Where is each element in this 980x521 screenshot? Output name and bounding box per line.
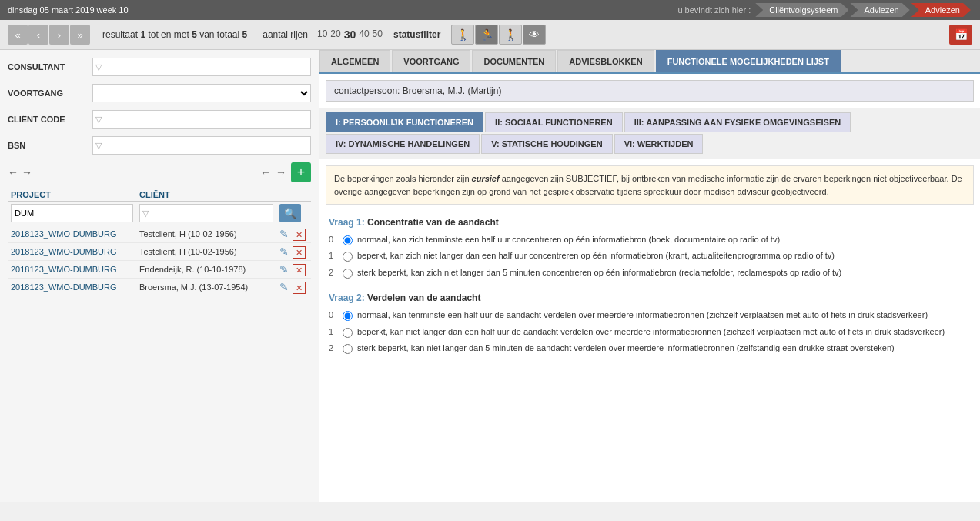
nav-next-button[interactable]: › (49, 25, 69, 45)
row-50[interactable]: 50 (373, 28, 383, 41)
content-area: ALGEMEENVOORTGANGDOCUMENTENADVIESBLOKKEN… (319, 50, 980, 502)
delete-icon[interactable]: ✕ (293, 264, 306, 276)
tab-adviesblokken[interactable]: ADVIESBLOKKEN (557, 50, 654, 72)
tab-algemeen[interactable]: ALGEMEEN (319, 50, 390, 72)
nav-buttons: « ‹ › » (8, 25, 90, 45)
toolbar: « ‹ › » resultaat 1 tot en met 5 van tot… (0, 20, 980, 50)
radio-option-2-2: 2 sterk beperkt, kan niet langer dan 5 m… (329, 342, 971, 354)
section-tab-1[interactable]: II: SOCIAAL FUNCTIONEREN (485, 112, 623, 132)
filter-client-code: CLIËNT CODE ▽ (8, 110, 311, 129)
delete-icon[interactable]: ✕ (293, 229, 306, 241)
filter-voortgang-select[interactable] (92, 84, 311, 102)
section-tab-0[interactable]: I: PERSOONLIJK FUNCTIONEREN (326, 112, 483, 132)
breadcrumb-item-2[interactable]: Adviezen (850, 3, 909, 17)
info-text-1: De beperkingen zoals hieronder zijn (334, 174, 472, 183)
arrow-group-right: ← → + (260, 162, 311, 182)
radio-label: sterk beperkt, kan niet langer dan 5 min… (357, 342, 895, 354)
edit-icon[interactable]: ✎ (279, 263, 289, 276)
nav-first-button[interactable]: « (8, 25, 28, 45)
radio-input-q2-1[interactable] (343, 328, 353, 338)
status-btn-run[interactable]: 🏃 (475, 25, 498, 45)
client-search-input[interactable] (139, 204, 273, 222)
col-project[interactable]: PROJECT (8, 189, 136, 202)
filter-consultant: CONSULTANT ▽ (8, 58, 311, 76)
calendar-button[interactable]: 📅 (949, 25, 972, 45)
question-title-1: Vraag 1: Concentratie van de aandacht (329, 217, 971, 228)
row-10[interactable]: 10 (317, 28, 327, 41)
filter-consultant-label: CONSULTANT (8, 62, 92, 72)
arrow-left-2[interactable]: ← (260, 166, 271, 179)
delete-icon[interactable]: ✕ (293, 282, 306, 294)
row-actions: ✎ ✕ (276, 261, 311, 279)
filter-consultant-input[interactable] (92, 58, 311, 76)
row-20[interactable]: 20 (330, 28, 340, 41)
radio-score: 1 (329, 326, 343, 336)
top-header: dinsdag 05 maart 2019 week 10 u bevindt … (0, 0, 980, 20)
breadcrumb: u bevindt zich hier : Cliëntvolgsysteem … (677, 3, 972, 17)
radio-option-1-1: 1 beperkt, kan zich niet langer dan een … (329, 250, 971, 262)
radio-label: beperkt, kan zich niet langer dan een ha… (357, 250, 835, 262)
section-tabs: I: PERSOONLIJK FUNCTIONERENII: SOCIAAL F… (319, 108, 980, 159)
header-date: dinsdag 05 maart 2019 week 10 (8, 5, 129, 15)
section-tab-5[interactable]: VI: WERKTIJDEN (614, 134, 704, 154)
table-row: 2018123_WMO-DUMBURG Testclient, H (10-02… (8, 243, 311, 261)
project-search-button[interactable]: 🔍 (279, 204, 301, 222)
row-count-options: 10 20 30 40 50 (317, 28, 383, 41)
project-search-input[interactable] (11, 204, 133, 222)
question-block-2: Vraag 2: Verdelen van de aandacht 0 norm… (329, 292, 971, 354)
row-40[interactable]: 40 (359, 28, 369, 41)
tab-documenten[interactable]: DOCUMENTEN (472, 50, 556, 72)
info-italic: cursief (472, 174, 500, 183)
row-actions: ✎ ✕ (276, 225, 311, 243)
main-layout: CONSULTANT ▽ VOORTGANG CLIËNT CODE ▽ (0, 50, 980, 502)
edit-icon[interactable]: ✎ (279, 228, 289, 240)
status-btn-eye[interactable]: 👁 (523, 25, 546, 45)
add-button[interactable]: + (291, 162, 311, 182)
tab-voortgang[interactable]: VOORTGANG (392, 50, 470, 72)
client-search-icon: ▽ (142, 209, 149, 219)
row-actions: ✎ ✕ (276, 243, 311, 261)
filter-consultant-icon: ▽ (95, 62, 102, 72)
arrow-left[interactable]: ← (8, 166, 18, 179)
contact-label: contactpersoon: (334, 85, 400, 96)
filter-bsn: BSN ▽ (8, 136, 311, 155)
radio-input-q1-2[interactable] (343, 269, 353, 279)
arrow-right-2[interactable]: → (276, 166, 286, 179)
section-tab-2[interactable]: III: AANPASSING AAN FYSIEKE OMGEVINGSEIS… (624, 112, 851, 132)
breadcrumb-item-3[interactable]: Adviezen (911, 3, 971, 17)
status-btn-walk[interactable]: 🚶 (451, 25, 474, 45)
client-name: Endendeijk, R. (10-10-1978) (136, 261, 276, 279)
project-code: 2018123_WMO-DUMBURG (8, 261, 136, 279)
question-block-1: Vraag 1: Concentratie van de aandacht 0 … (329, 217, 971, 279)
col-client[interactable]: CLIËNT (136, 189, 276, 202)
nav-prev-button[interactable]: ‹ (28, 25, 48, 45)
row-30[interactable]: 30 (344, 28, 356, 41)
radio-label: beperkt, kan niet langer dan een half uu… (357, 326, 945, 338)
breadcrumb-item-1[interactable]: Cliëntvolgsysteem (755, 3, 848, 17)
radio-input-q2-0[interactable] (343, 311, 353, 321)
radio-input-q1-0[interactable] (343, 235, 353, 245)
filter-client-code-input[interactable] (92, 110, 311, 129)
filter-voortgang-label: VOORTGANG (8, 89, 92, 98)
status-btn-person[interactable]: 🚶 (499, 25, 522, 45)
filter-voortgang: VOORTGANG (8, 84, 311, 102)
radio-option-1-0: 0 normaal, kan zich tenminste een half u… (329, 234, 971, 245)
contact-name: Broersma, M.J. (Martijn) (403, 85, 502, 96)
edit-icon[interactable]: ✎ (279, 281, 289, 293)
arrow-right[interactable]: → (22, 166, 32, 179)
radio-label: normaal, kan zich tenminste een half uur… (357, 234, 780, 245)
delete-icon[interactable]: ✕ (293, 246, 306, 259)
project-code: 2018123_WMO-DUMBURG (8, 279, 136, 296)
edit-icon[interactable]: ✎ (279, 245, 289, 258)
radio-score: 0 (329, 234, 343, 244)
section-tab-4[interactable]: V: STATISCHE HOUDINGEN (481, 134, 612, 154)
filter-client-code-label: CLIËNT CODE (8, 115, 92, 124)
radio-input-q2-2[interactable] (343, 344, 353, 354)
tab-functionele-mogelijkheden-lijst[interactable]: FUNCTIONELE MOGELIJKHEDEN LIJST (656, 50, 841, 72)
sidebar: CONSULTANT ▽ VOORTGANG CLIËNT CODE ▽ (0, 50, 319, 502)
nav-last-button[interactable]: » (70, 25, 90, 45)
radio-score: 2 (329, 267, 343, 277)
radio-input-q1-1[interactable] (343, 252, 353, 262)
section-tab-3[interactable]: IV: DYNAMISCHE HANDELINGEN (326, 134, 480, 154)
filter-bsn-input[interactable] (92, 136, 311, 155)
